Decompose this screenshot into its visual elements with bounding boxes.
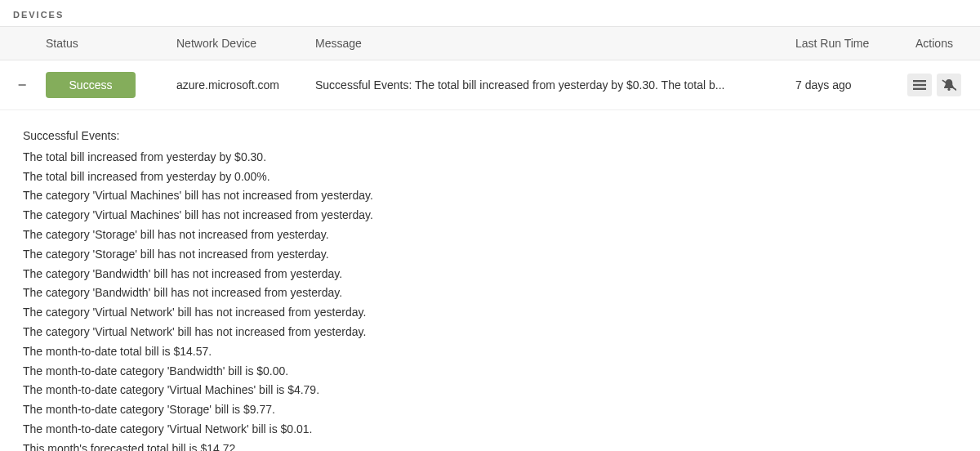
- table-row: − Success azure.microsoft.com Successful…: [0, 60, 980, 110]
- details-line: The month-to-date total bill is $14.57.: [23, 342, 957, 362]
- svg-point-3: [947, 88, 950, 91]
- last-run-time: 7 days ago: [795, 78, 902, 92]
- header-message: Message: [315, 37, 795, 50]
- header-status: Status: [46, 37, 176, 50]
- list-icon-button[interactable]: [907, 74, 932, 96]
- details-line: The category 'Virtual Network' bill has …: [23, 303, 957, 323]
- device-name: azure.microsoft.com: [176, 78, 315, 92]
- details-line: The month-to-date category 'Virtual Mach…: [23, 381, 957, 400]
- details-lines: The total bill increased from yesterday …: [23, 148, 957, 451]
- mute-bell-button[interactable]: [937, 74, 961, 96]
- header-device: Network Device: [176, 37, 315, 50]
- details-line: The month-to-date category 'Storage' bil…: [23, 400, 957, 420]
- details-line: The category 'Virtual Network' bill has …: [23, 323, 957, 342]
- table-header-row: Status Network Device Message Last Run T…: [0, 26, 980, 60]
- row-details: Successful Events: The total bill increa…: [0, 110, 980, 451]
- details-line: The category 'Virtual Machines' bill has…: [23, 206, 957, 226]
- expand-toggle[interactable]: −: [13, 76, 31, 94]
- header-last-run: Last Run Time: [795, 37, 902, 50]
- details-line: The total bill increased from yesterday …: [23, 148, 957, 167]
- details-line: The category 'Bandwidth' bill has not in…: [23, 284, 957, 303]
- details-line: The category 'Storage' bill has not incr…: [23, 226, 957, 245]
- svg-rect-2: [913, 88, 926, 90]
- svg-rect-0: [913, 80, 926, 82]
- details-line: The month-to-date category 'Bandwidth' b…: [23, 362, 957, 382]
- details-line: The category 'Storage' bill has not incr…: [23, 245, 957, 265]
- details-line: The category 'Bandwidth' bill has not in…: [23, 265, 957, 284]
- section-title: DEVICES: [0, 0, 980, 26]
- svg-rect-1: [913, 84, 926, 86]
- status-badge: Success: [46, 72, 136, 98]
- details-title: Successful Events:: [23, 127, 957, 146]
- bell-slash-icon: [942, 78, 956, 92]
- details-line: This month's forecasted total bill is $1…: [23, 440, 957, 451]
- message-summary: Successful Events: The total bill increa…: [315, 78, 795, 92]
- details-line: The month-to-date category 'Virtual Netw…: [23, 420, 957, 440]
- devices-table: Status Network Device Message Last Run T…: [0, 26, 980, 110]
- details-line: The total bill increased from yesterday …: [23, 167, 957, 187]
- list-icon: [913, 80, 926, 90]
- header-actions: Actions: [902, 37, 967, 50]
- details-line: The category 'Virtual Machines' bill has…: [23, 186, 957, 206]
